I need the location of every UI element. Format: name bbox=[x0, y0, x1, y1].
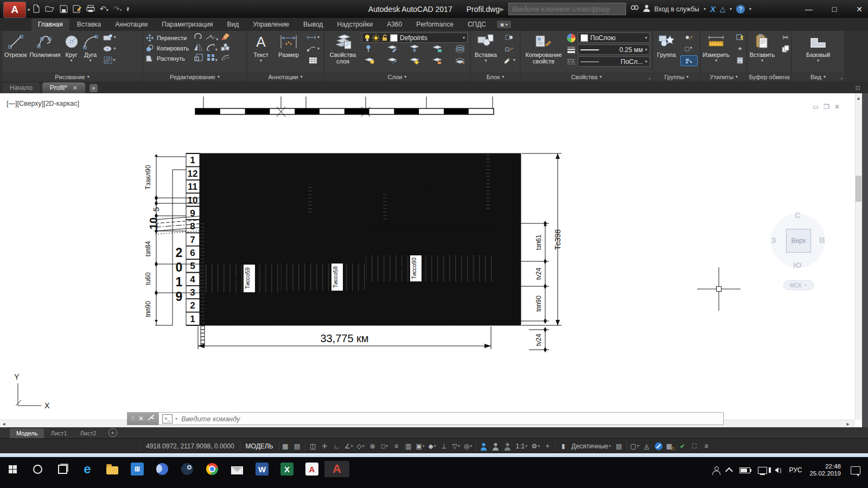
arc-caret-icon[interactable]: ▾ bbox=[90, 59, 92, 63]
color-combo[interactable]: ПоСлою ▾ bbox=[578, 33, 650, 43]
new-file-icon[interactable] bbox=[33, 4, 40, 13]
lineweight-display-icon[interactable]: ≡ bbox=[391, 441, 403, 452]
ribbon-options-icon[interactable]: ▣ ▾ bbox=[497, 21, 511, 28]
ortho-mode-icon[interactable]: ∟ bbox=[331, 441, 343, 452]
group-button[interactable]: Группа bbox=[655, 33, 678, 72]
vertical-scroll-thumb[interactable] bbox=[856, 176, 861, 202]
paste-button[interactable]: Вставить ▾ bbox=[750, 33, 775, 72]
annotation-scale-sync-icon[interactable]: ⚙▾ bbox=[529, 441, 541, 452]
mirror-icon[interactable] bbox=[194, 43, 203, 53]
dim-style-icon[interactable]: ▾ bbox=[305, 33, 321, 42]
circle-button[interactable]: Круг ▾ bbox=[63, 33, 80, 72]
qat-customize-icon[interactable]: ▾ bbox=[127, 5, 129, 12]
autocad-logo[interactable]: A bbox=[3, 2, 26, 18]
layer-unlock-icon[interactable] bbox=[432, 56, 443, 67]
viewcube-west[interactable]: З bbox=[771, 235, 776, 245]
undo-icon[interactable]: ↶▾ bbox=[100, 5, 108, 12]
layers-expand-icon[interactable]: ▾ bbox=[404, 75, 406, 79]
isolate-objects-icon[interactable]: ◬ bbox=[641, 441, 653, 452]
browser-app-button[interactable] bbox=[150, 461, 175, 477]
layer-lock-tool-icon[interactable] bbox=[432, 44, 443, 55]
maximize-button[interactable]: □ bbox=[832, 5, 837, 14]
selection-filter-icon[interactable]: ▽▾ bbox=[450, 441, 462, 452]
tab-parametric[interactable]: Параметризация bbox=[155, 18, 219, 31]
ui-lock-icon[interactable]: ▢▾ bbox=[629, 441, 641, 452]
annotation-scale-people-icon[interactable] bbox=[502, 441, 514, 452]
start-button[interactable] bbox=[0, 461, 25, 477]
viewcube-top-face[interactable]: Верх bbox=[786, 229, 811, 253]
leader-icon[interactable]: ▾ bbox=[305, 44, 321, 54]
vp-minimize-icon[interactable]: ▭ bbox=[813, 103, 819, 111]
layout-tab-model[interactable]: Модель bbox=[10, 428, 44, 438]
new-layout-icon[interactable]: + bbox=[108, 428, 117, 437]
polyline-button[interactable]: Полилиния bbox=[29, 33, 60, 72]
search-input[interactable] bbox=[509, 5, 626, 13]
quick-select-icon[interactable] bbox=[732, 33, 748, 42]
panel-title-annotation[interactable]: Аннотации▾ bbox=[247, 72, 323, 81]
layer-isolate-icon[interactable] bbox=[364, 44, 375, 55]
array-icon[interactable]: ▾ bbox=[207, 54, 218, 63]
acrobat-app-button[interactable]: A bbox=[299, 461, 324, 477]
tab-manage[interactable]: Управление bbox=[246, 18, 296, 31]
quick-calc-icon[interactable] bbox=[732, 55, 748, 65]
block-expand-icon[interactable]: ▾ bbox=[502, 75, 504, 79]
viewcube-north[interactable]: С bbox=[795, 210, 801, 220]
view-expand-icon[interactable]: ▾ bbox=[824, 75, 826, 79]
copy-button[interactable]: Копировать bbox=[145, 43, 189, 53]
block-editor-icon[interactable]: ▾ bbox=[501, 55, 518, 65]
text-button[interactable]: A Текст ▾ bbox=[250, 33, 272, 72]
layer-combo-caret-icon[interactable]: ▾ bbox=[463, 36, 465, 40]
group-selection-toggle-icon[interactable] bbox=[680, 55, 698, 66]
excel-app-button[interactable]: X bbox=[275, 461, 299, 477]
sign-in-caret-icon[interactable]: ▾ bbox=[704, 7, 706, 11]
tab-home[interactable]: Главная bbox=[31, 18, 69, 31]
save-icon[interactable] bbox=[60, 5, 68, 13]
explode-icon[interactable] bbox=[221, 43, 230, 53]
layer-combo[interactable]: Defpoints ▾ bbox=[362, 33, 468, 43]
search-box[interactable] bbox=[508, 3, 626, 15]
search-icon[interactable] bbox=[630, 4, 639, 14]
panel-title-clipboard[interactable]: Буфер обмена bbox=[748, 72, 791, 81]
insert-caret-icon[interactable]: ▾ bbox=[484, 59, 487, 63]
steam-app-button[interactable] bbox=[175, 461, 200, 477]
annotation-scale-value[interactable]: 1:1▾ bbox=[514, 441, 530, 452]
wcs-menu[interactable]: МСК▼ bbox=[783, 280, 814, 290]
tab-output[interactable]: Вывод bbox=[297, 18, 329, 31]
move-button[interactable]: Перенести bbox=[145, 33, 189, 43]
scroll-left-icon[interactable]: ◂ bbox=[0, 420, 8, 427]
dimension-button[interactable]: Размер bbox=[275, 33, 302, 72]
line-button[interactable]: Отрезок bbox=[4, 33, 27, 72]
vp-close-icon[interactable]: ✕ bbox=[834, 103, 840, 111]
command-input[interactable] bbox=[180, 414, 720, 423]
new-drawing-tab-icon[interactable]: + bbox=[90, 84, 98, 92]
panel-title-layers[interactable]: Слои▾ bbox=[324, 72, 470, 81]
save-as-icon[interactable] bbox=[73, 5, 81, 13]
command-input-bar[interactable]: >_ ▾ bbox=[158, 412, 724, 425]
osnap-tracking-icon[interactable]: ⊕ bbox=[367, 441, 379, 452]
groups-expand-icon[interactable]: ▾ bbox=[686, 75, 688, 79]
layer-thaw-icon[interactable] bbox=[409, 56, 420, 67]
insert-block-button[interactable]: Вставка ▾ bbox=[473, 33, 499, 72]
id-point-icon[interactable]: ⌖ bbox=[732, 44, 748, 54]
modify-expand-icon[interactable]: ▾ bbox=[218, 75, 220, 79]
circle-caret-icon[interactable]: ▾ bbox=[71, 59, 73, 63]
panel-title-groups[interactable]: Группы▾ bbox=[653, 72, 700, 81]
layer-properties-button[interactable]: Свойства слоя bbox=[327, 33, 359, 72]
arc-button[interactable]: Дуга ▾ bbox=[82, 33, 99, 72]
user-icon[interactable] bbox=[643, 4, 650, 14]
osnap-3d-icon[interactable]: ◆▾ bbox=[426, 441, 438, 452]
tab-addins[interactable]: Надстройки bbox=[330, 18, 379, 31]
tab-insert[interactable]: Вставка bbox=[71, 18, 108, 31]
network-icon[interactable] bbox=[758, 467, 767, 474]
rectangle-tool-icon[interactable]: ▾ bbox=[101, 33, 118, 42]
viewport-controls-label[interactable]: [—][Сверху][2D-каркас] bbox=[7, 100, 79, 107]
copy-clip-icon[interactable] bbox=[777, 44, 794, 54]
edit-attribute-icon[interactable] bbox=[501, 33, 518, 42]
tab-annotate[interactable]: Аннотации bbox=[108, 18, 154, 31]
hardware-acceleration-icon[interactable] bbox=[653, 441, 665, 452]
viewcube-east[interactable]: В bbox=[819, 235, 825, 245]
group-edit-icon[interactable] bbox=[680, 44, 697, 54]
units-ruler-icon[interactable]: ▮ bbox=[557, 441, 569, 452]
model-space-indicator[interactable]: МОДЕЛЬ bbox=[240, 441, 279, 451]
erase-icon[interactable] bbox=[221, 33, 230, 43]
